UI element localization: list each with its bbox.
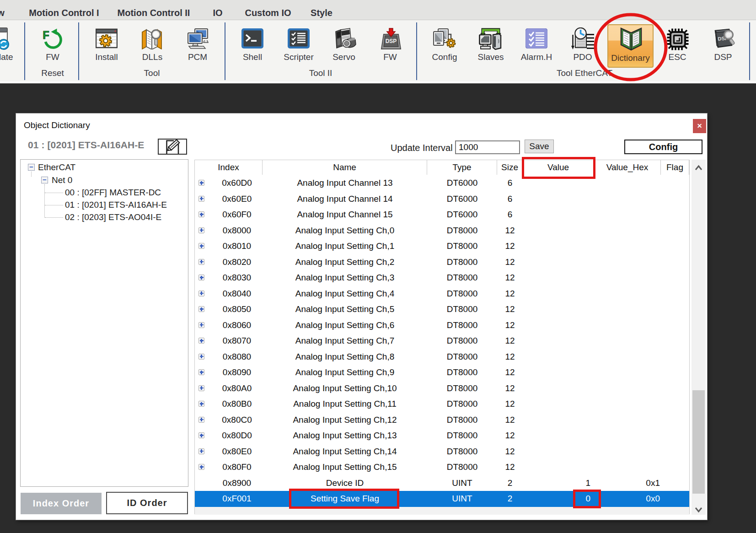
svg-text:DSP: DSP (386, 38, 397, 44)
svg-text:F: F (43, 29, 49, 41)
